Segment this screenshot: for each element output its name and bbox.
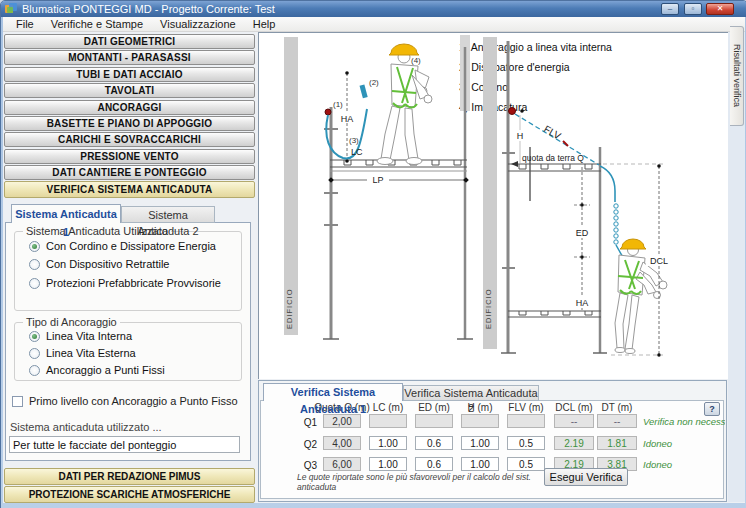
worker-standing xyxy=(377,44,432,165)
cell-q2-lc[interactable]: 1.00 xyxy=(369,436,407,450)
dcl-label: DCL xyxy=(650,256,668,266)
sidebar-button-pressione-vento[interactable]: PRESSIONE VENTO xyxy=(4,149,255,164)
cell-q2-dcl: 2.19 xyxy=(554,436,594,450)
menu-file[interactable]: File xyxy=(16,18,34,30)
field-label: Sistema anticaduta utilizzato ... xyxy=(10,421,162,433)
label-4: (4) xyxy=(411,56,421,65)
ha-left-label: HA xyxy=(341,114,354,124)
ed-label: ED xyxy=(576,228,589,238)
cell-q3-h[interactable]: 1.00 xyxy=(461,457,499,471)
energy-dissipator xyxy=(360,84,368,98)
label-3: (3) xyxy=(349,136,359,145)
flv-label: FLV xyxy=(542,123,563,141)
menu-help[interactable]: Help xyxy=(253,18,276,30)
deployed-lanyard xyxy=(600,166,615,202)
cell-q3-flv[interactable]: 0.5 xyxy=(507,457,545,471)
lower-platform xyxy=(508,311,601,317)
sidebar-button-dati-geometrici[interactable]: DATI GEOMETRICI xyxy=(4,34,255,49)
tab-verifica-sistema-anticaduta-1[interactable]: Verifica Sistema Anticaduta 1 xyxy=(263,383,403,401)
radio-linea-vita-esterna[interactable]: Linea Vita Esterna xyxy=(29,347,136,359)
anchor-point xyxy=(509,108,516,115)
radio-ancoraggio-punti-fissi[interactable]: Ancoraggio a Punti Fissi xyxy=(29,364,165,376)
cell-q2-dt: 1.81 xyxy=(597,436,637,450)
sidebar-button-carichi[interactable]: CARICHI E SOVRACCARICHI xyxy=(4,132,255,147)
cell-q1-dcl: -- xyxy=(554,414,594,428)
group-title: Tipo di Ancoraggio xyxy=(23,316,120,328)
radio-linea-vita-interna[interactable]: Linea Vita Interna xyxy=(29,330,132,342)
esegui-verifica-button[interactable]: Esegui Verifica xyxy=(544,468,628,486)
radio-icon xyxy=(29,278,40,289)
radio-icon xyxy=(29,331,40,342)
cell-q2-ed[interactable]: 0.6 xyxy=(415,436,453,450)
row-label-q1: Q1 xyxy=(293,417,317,428)
ed-ha-dimension: ED HA xyxy=(572,167,592,311)
title-bar[interactable]: Blumatica PONTEGGI MD - Progetto Corrent… xyxy=(1,1,746,17)
sidebar-button-tavolati[interactable]: TAVOLATI xyxy=(4,83,255,98)
menu-visualizzazione[interactable]: Visualizzazione xyxy=(160,18,236,30)
cell-q3-quota: 6,00 xyxy=(323,457,361,471)
cell-q3-lc[interactable]: 1.00 xyxy=(369,457,407,471)
maximize-button[interactable]: ▫ xyxy=(684,3,702,15)
helmet xyxy=(389,44,419,55)
edificio-label-right: EDIFICIO xyxy=(484,288,493,329)
row-label-q2: Q2 xyxy=(293,439,317,450)
app-icon xyxy=(5,3,17,15)
sidebar-button-montanti-parasassi[interactable]: MONTANTI - PARASASSI xyxy=(4,50,255,65)
radio-icon xyxy=(29,241,40,252)
sidebar-button-ancoraggi[interactable]: ANCORAGGI xyxy=(4,100,255,115)
radio-icon xyxy=(29,259,40,270)
radio-protezioni-prefabbricate[interactable]: Protezioni Prefabbricate Provvisorie xyxy=(29,277,221,289)
right-scaffold-drawing: EDIFICIO H xyxy=(483,37,673,357)
status-q2: Idoneo xyxy=(643,438,725,450)
sidebar-button-basette[interactable]: BASETTE E PIANO DI APPOGGIO xyxy=(4,116,255,131)
application-window: Blumatica PONTEGGI MD - Progetto Corrent… xyxy=(0,0,746,508)
status-q1: Verifica non necessa xyxy=(643,416,725,428)
legend: 1) Ancoraggio a linea vita interna 2) Di… xyxy=(459,41,612,113)
quota-arrow xyxy=(511,161,518,167)
menu-verifiche-e-stampe[interactable]: Verifiche e Stampe xyxy=(51,18,143,30)
cell-q3-ed[interactable]: 0.6 xyxy=(415,457,453,471)
tab-risultati-verifica[interactable]: Risultati verifica xyxy=(730,26,744,126)
tab-sistema-anticaduta-2[interactable]: Sistema Anticaduta 2 xyxy=(121,206,215,223)
help-button[interactable]: ? xyxy=(704,402,720,416)
sidebar-button-verifica-sistema-anticaduta[interactable]: VERIFICA SISTEMA ANTICADUTA xyxy=(4,181,255,198)
lp-label: LP xyxy=(372,175,383,185)
cell-q1-lc xyxy=(369,414,407,428)
button-dati-redazione-pimus[interactable]: DATI PER REDAZIONE PIMUS xyxy=(4,468,255,485)
cell-q1-ed xyxy=(415,414,453,428)
quota-label: quota da terra Q xyxy=(522,153,584,163)
helmet xyxy=(620,239,646,249)
cell-q2-h[interactable]: 1.00 xyxy=(461,436,499,450)
cell-q2-flv[interactable]: 0.5 xyxy=(507,436,545,450)
scaffold-diagram: 1) Ancoraggio a linea vita interna 2) Di… xyxy=(259,33,728,379)
lc-label: LC xyxy=(351,147,363,157)
deployed-dissipator-chain xyxy=(614,204,625,261)
cell-q2-quota: 4,00 xyxy=(323,436,361,450)
sidebar-button-tubi-e-dati-acciaio[interactable]: TUBI E DATI ACCIAIO xyxy=(4,67,255,82)
column-header-dt: DT (m) xyxy=(587,402,647,412)
legend-line-1: 1) Ancoraggio a linea vita interna xyxy=(459,41,612,53)
scaffold-diagram-canvas: 1) Ancoraggio a linea vita interna 2) Di… xyxy=(258,32,728,379)
cell-q1-h xyxy=(461,414,499,428)
menu-bar: File Verifiche e Stampe Visualizzazione … xyxy=(3,17,745,32)
close-button[interactable]: ✕ xyxy=(706,3,734,15)
tab-verifica-sistema-anticaduta-2[interactable]: Verifica Sistema Anticaduta 2 xyxy=(403,385,539,401)
anchor-point xyxy=(325,109,331,115)
radio-dispositivo-retrattile[interactable]: Con Dispositivo Retrattile xyxy=(29,258,170,270)
window-title: Blumatica PONTEGGI MD - Progetto Corrent… xyxy=(22,3,275,15)
tab-sistema-anticaduta-1[interactable]: Sistema Anticaduta 1 xyxy=(11,204,121,223)
label-2: (2) xyxy=(369,78,379,87)
row-label-q3: Q3 xyxy=(293,460,317,471)
lp-dimension: LP xyxy=(328,174,469,185)
button-protezione-scariche-atmosferiche[interactable]: PROTEZIONE SCARICHE ATMOSFERICHE xyxy=(4,486,255,503)
checkbox-primo-livello[interactable] xyxy=(12,396,23,407)
radio-icon xyxy=(29,365,40,376)
sidebar-button-dati-cantiere[interactable]: DATI CANTIERE E PONTEGGIO xyxy=(4,165,255,180)
sistema-anticaduta-input[interactable] xyxy=(9,436,240,453)
checkbox-label: Primo livello con Ancoraggio a Punto Fis… xyxy=(29,395,238,407)
radio-con-cordino[interactable]: Con Cordino e Dissipatore Energia xyxy=(29,240,216,252)
legend-line-2: 2) Dissipatore d'energia xyxy=(459,61,570,73)
radio-icon xyxy=(29,348,40,359)
minimize-button[interactable]: – xyxy=(661,3,679,15)
label-1: (1) xyxy=(333,100,343,109)
